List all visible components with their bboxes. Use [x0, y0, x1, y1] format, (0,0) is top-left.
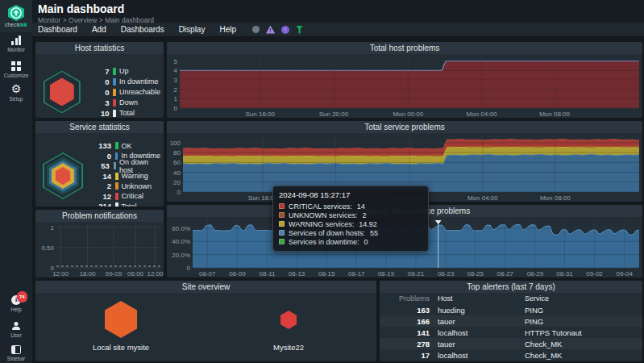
svg-text:08-09: 08-09 — [229, 270, 246, 277]
sidebar-item-customize[interactable]: Customize — [0, 61, 32, 78]
gear-icon: ⚙ — [11, 84, 22, 94]
svc-stat-ok[interactable]: 133OK — [90, 140, 160, 151]
svg-text:08-31: 08-31 — [556, 270, 573, 277]
user-icon — [11, 321, 21, 331]
svg-text:06:00: 06:00 — [127, 270, 144, 277]
menu-add[interactable]: Add — [92, 25, 106, 34]
site-mysite22[interactable]: Mysite22 — [256, 311, 321, 352]
host-hexagon[interactable] — [35, 54, 88, 118]
svc-stat-critical[interactable]: 12Critical — [90, 191, 160, 202]
info-icon: i74 — [11, 295, 21, 305]
svg-text:Mon 04:00: Mon 04:00 — [467, 111, 497, 118]
table-row[interactable]: 141 localhost HTTPS Tutonaut — [380, 327, 642, 338]
table-row[interactable]: 17 localhost Check_MK — [380, 349, 642, 361]
help-badge: 74 — [17, 291, 27, 302]
svg-text:08-11: 08-11 — [260, 270, 276, 277]
svg-text:4: 4 — [174, 67, 178, 74]
host-stat-down[interactable]: 3Down — [88, 98, 160, 108]
tooltip-row-downtime: Services in downtime:0 — [279, 237, 422, 246]
table-row[interactable]: 278 tauer Check_MK — [380, 338, 642, 349]
svg-text:08-29: 08-29 — [527, 270, 544, 277]
svg-text:0: 0 — [174, 105, 178, 112]
svg-text:40: 40 — [173, 169, 181, 177]
menu-help[interactable]: Help — [219, 25, 236, 34]
site-local-mysite[interactable]: Local site mysite — [89, 301, 153, 352]
page-header: Main dashboard Monitor > Overview > Main… — [32, 0, 644, 23]
svc-stat-ondownhost[interactable]: 53On down host — [90, 161, 160, 171]
menu-dashboard[interactable]: Dashboard — [38, 25, 77, 34]
svc-stat-total[interactable]: 214Total — [90, 201, 160, 207]
menubar-icons: ! ↑ — [252, 26, 303, 34]
svg-text:18:00: 18:00 — [80, 270, 97, 277]
svg-text:80: 80 — [173, 149, 181, 156]
sidebar-item-sidebar[interactable]: Sidebar — [0, 345, 32, 361]
panel-title: Total service problems — [167, 121, 642, 133]
svg-text:08-25: 08-25 — [467, 270, 484, 277]
sidebar-toggle-icon — [11, 345, 21, 354]
checkmk-logo-icon — [8, 5, 24, 21]
svg-text:12:00: 12:00 — [52, 270, 69, 277]
svg-text:08-21: 08-21 — [408, 270, 425, 277]
svg-text:100: 100 — [170, 140, 181, 147]
filter-icon[interactable] — [296, 26, 303, 34]
menu-display[interactable]: Display — [179, 25, 206, 34]
total-host-problems-chart[interactable]: 012345Sun 16:00Sun 20:00Mon 00:00Mon 04:… — [167, 54, 642, 118]
svg-text:08-19: 08-19 — [378, 270, 395, 277]
svg-text:Mon 08:00: Mon 08:00 — [540, 194, 571, 202]
svg-text:20.0%: 20.0% — [172, 252, 190, 259]
svg-text:12:00: 12:00 — [147, 270, 164, 277]
svg-text:5: 5 — [174, 58, 178, 65]
svg-text:0: 0 — [177, 189, 181, 196]
host-stat-unreachable[interactable]: 0Unreachable — [88, 87, 160, 98]
panel-top-alerters: Top alerters (last 7 days) Problems Host… — [380, 281, 642, 361]
problem-notifications-chart[interactable]: 00.50112:0018:0009-0906:0012:00 — [35, 222, 164, 277]
host-stat-total[interactable]: 10Total — [88, 108, 160, 119]
top-alerters-table: Problems Host Service 163 hueding PING 1… — [380, 293, 642, 361]
sidebar-rail: checkmk Monitor Customize ⚙ Setup i74 He… — [0, 0, 32, 363]
svg-text:09-09: 09-09 — [106, 270, 123, 277]
sidebar-item-setup[interactable]: ⚙ Setup — [0, 84, 32, 102]
sidebar-item-user[interactable]: User — [0, 321, 32, 338]
svg-text:1: 1 — [51, 224, 55, 232]
sidebar-item-help[interactable]: i74 Help — [0, 295, 32, 312]
svc-stat-unknown[interactable]: 2Unknown — [90, 181, 160, 191]
panel-service-statistics: Service statistics 133OK 0In downtime 53… — [35, 121, 164, 207]
checkmk-logo-text: checkmk — [5, 22, 27, 27]
service-hexagon[interactable] — [35, 133, 90, 207]
menu-dashboards[interactable]: Dashboards — [121, 25, 164, 34]
panel-title: Problem notifications — [35, 210, 164, 222]
site-hexagon-icon — [105, 301, 137, 338]
sidebar-item-monitor[interactable]: Monitor — [0, 35, 32, 52]
table-row[interactable]: 166 tauer PING — [380, 315, 642, 327]
panel-site-overview: Site overview Local site mysite Mysite22 — [35, 281, 376, 361]
sphere-icon[interactable] — [252, 26, 260, 33]
host-stat-downtime[interactable]: 0In downtime — [88, 77, 160, 87]
table-row[interactable]: 163 hueding PING — [380, 304, 642, 315]
tooltip-row-critical: CRITICAL services:14 — [279, 202, 422, 211]
svg-text:08-15: 08-15 — [318, 270, 335, 277]
svg-text:0.50: 0.50 — [41, 244, 54, 252]
host-stat-up[interactable]: 7Up — [88, 66, 160, 77]
warning-icon[interactable]: ! — [266, 26, 275, 34]
svg-text:08-23: 08-23 — [438, 270, 455, 277]
menubar: Dashboard Add Dashboards Display Help ! … — [32, 23, 644, 37]
svc-stat-warning[interactable]: 14Warning — [90, 171, 160, 182]
checkmk-update-icon[interactable]: ↑ — [281, 26, 289, 34]
svg-text:Mon 00:00: Mon 00:00 — [393, 111, 423, 118]
svg-text:09-02: 09-02 — [586, 270, 603, 277]
svg-text:Sun 16:00: Sun 16:00 — [246, 111, 276, 118]
panel-title: Service statistics — [35, 121, 164, 133]
page-title: Main dashboard — [38, 2, 644, 15]
panel-title: Top alerters (last 7 days) — [380, 281, 642, 293]
svg-text:60: 60 — [173, 159, 181, 166]
panel-title: Total host problems — [167, 42, 642, 54]
svg-text:1: 1 — [174, 95, 178, 102]
panel-title: Host statistics — [35, 42, 164, 54]
svg-text:0: 0 — [187, 265, 191, 272]
site-hexagon-icon — [280, 311, 297, 329]
svg-text:20: 20 — [173, 179, 181, 186]
tooltip-row-warning: WARNING services:14.92 — [279, 219, 422, 228]
chart-tooltip: 2024-09-08 15:27:17 CRITICAL services:14… — [272, 186, 429, 252]
svg-text:Mon 08:00: Mon 08:00 — [539, 111, 570, 118]
checkmk-logo[interactable]: checkmk — [0, 0, 32, 32]
